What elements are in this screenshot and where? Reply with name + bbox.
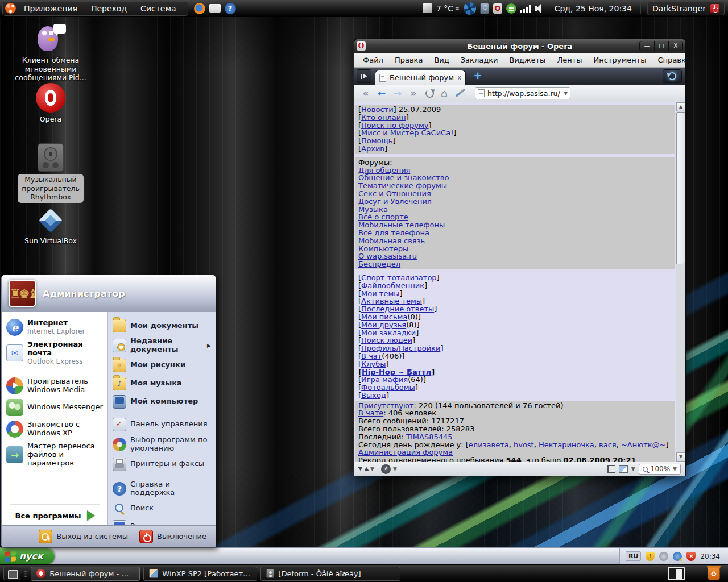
xp-clock[interactable]: 20:34 <box>700 552 722 560</box>
closed-tabs-button[interactable] <box>663 69 682 83</box>
start-item-wmp[interactable]: Проигрыватель Windows Media <box>4 375 106 397</box>
page-link[interactable]: Мои письма <box>361 313 407 321</box>
page-link[interactable]: Активные темы <box>361 297 422 305</box>
turbo-icon[interactable] <box>381 464 391 474</box>
page-link[interactable]: Музыка <box>358 205 388 214</box>
scroll-down-button[interactable]: ▼ <box>676 452 685 462</box>
network-globe-icon[interactable] <box>673 552 682 561</box>
page-link[interactable]: елизавета <box>469 440 509 449</box>
page-link[interactable]: ~Анютк@~ <box>621 440 666 449</box>
page-link[interactable]: Мисс и Мистер СаСиСа! <box>361 128 453 137</box>
desktop-icon-rhythmbox[interactable]: Музыкальный проигрыватель Rhythmbox <box>8 143 93 203</box>
page-link[interactable]: Общение и знакомство <box>358 173 449 182</box>
start-item-run[interactable]: Выполнить... <box>110 518 213 525</box>
page-link[interactable]: Компьютеры <box>358 244 408 253</box>
start-item-my-music[interactable]: Моя музыка <box>110 375 213 393</box>
minimize-button[interactable]: — <box>640 41 654 51</box>
page-link[interactable]: Администрация форума <box>358 448 453 456</box>
desktop-icon-opera[interactable]: Opera <box>8 83 93 124</box>
page-link[interactable]: Архив <box>361 144 384 153</box>
power-icon[interactable] <box>710 4 719 13</box>
page-link[interactable]: вася <box>599 440 617 449</box>
turbo-dropdown-icon[interactable]: ▼ <box>393 466 397 472</box>
xp-volume-icon[interactable] <box>659 552 668 561</box>
taskbar-item-virtualbox[interactable]: WinXP SP2 [Работает] -... <box>143 567 257 581</box>
page-link[interactable]: Hip-Hop ~ Баттл <box>362 368 431 376</box>
menu-feeds[interactable]: Ленты <box>552 54 587 66</box>
scrollbar-thumb[interactable] <box>676 112 685 264</box>
menu-system[interactable]: Система <box>135 3 181 14</box>
show-desktop-button[interactable] <box>3 567 20 580</box>
weather-menu-icon[interactable]: ≡ <box>455 6 460 11</box>
network-tray-icon[interactable] <box>506 3 516 14</box>
start-item-printers[interactable]: Принтеры и факсы <box>110 455 213 473</box>
vertical-scrollbar[interactable]: ▲ ▼ <box>676 102 685 462</box>
zoom-dropdown-icon[interactable]: ▼ <box>673 466 677 472</box>
fast-forward-button[interactable]: » <box>407 88 420 99</box>
language-indicator[interactable]: RU <box>626 551 641 561</box>
page-link[interactable]: Помощь <box>361 136 392 145</box>
menu-applications[interactable]: Приложения <box>18 3 83 14</box>
taskbar-item-audio-player[interactable]: [Deform - Òåíè äîæäÿ] <box>260 567 400 581</box>
start-item-transfer-wizard[interactable]: → Мастер переноса файлов и параметров <box>4 440 106 470</box>
tab-close-icon[interactable]: x <box>457 74 461 81</box>
menu-bookmarks[interactable]: Закладки <box>456 54 503 66</box>
sync-dropdown-icon[interactable]: ▼ <box>370 466 374 472</box>
page-link[interactable]: Новости <box>361 105 394 114</box>
page-link[interactable]: Поиск людей <box>361 336 412 344</box>
zoom-control[interactable]: 100% ▼ <box>639 464 681 475</box>
menu-edit[interactable]: Правка <box>390 54 428 66</box>
start-item-my-pictures[interactable]: Мои рисунки <box>110 356 213 375</box>
images-toggle-icon[interactable] <box>619 465 628 473</box>
start-item-my-documents[interactable]: Мои документы <box>110 317 213 335</box>
page-link[interactable]: Тематические форумы <box>358 181 447 190</box>
page-link[interactable]: Клубы <box>361 360 386 368</box>
start-item-control-panel[interactable]: Панель управления <box>110 415 213 434</box>
page-link[interactable]: Всё о спорте <box>358 213 408 221</box>
user-session-menu[interactable]: DarkStranger <box>647 2 725 15</box>
page-link[interactable]: Мои друзья <box>361 321 406 329</box>
page-link[interactable]: Фотоальбомы <box>361 383 415 392</box>
all-programs-button[interactable]: Все программы <box>4 507 106 523</box>
help-launcher-icon[interactable]: ? <box>225 3 236 14</box>
opera-titlebar[interactable]: O Бешеный форум - Opera — □ X <box>354 39 685 53</box>
start-item-recent-documents[interactable]: Недавние документы ▶ <box>110 335 213 356</box>
page-link[interactable]: Секс и Отношения <box>358 189 431 198</box>
menu-places[interactable]: Переход <box>85 3 133 14</box>
back-button[interactable]: ← <box>375 88 388 99</box>
tab-active[interactable]: Бешеный форум x <box>375 70 466 85</box>
desktop-icon-virtualbox[interactable]: Sun VirtualBox <box>8 207 93 246</box>
security-shield-icon[interactable]: ! <box>646 552 655 561</box>
forward-button[interactable]: → <box>391 88 404 99</box>
page-link[interactable]: Поиск по форуму <box>361 121 428 130</box>
page-link[interactable]: В чате <box>358 409 383 417</box>
workspace-switcher[interactable] <box>668 567 685 580</box>
shutdown-button[interactable]: Выключение <box>139 530 206 543</box>
menu-tools[interactable]: Инструменты <box>589 54 652 66</box>
page-link[interactable]: Всё для телефона <box>358 228 429 237</box>
home-button[interactable]: ⌂ <box>441 87 448 99</box>
reload-button[interactable] <box>425 89 434 98</box>
start-item-messenger[interactable]: Windows Messenger <box>4 397 106 418</box>
desktop-icon-pidgin[interactable]: Клиент обмена мгновенными сообщениями Pi… <box>8 24 93 82</box>
signal-strength-icon[interactable] <box>520 4 531 13</box>
page-link[interactable]: Для общения <box>358 166 410 174</box>
scroll-up-button[interactable]: ▲ <box>676 102 685 111</box>
ubuntu-logo-icon[interactable] <box>5 3 16 14</box>
trash-icon[interactable]: ♻ <box>708 567 720 580</box>
page-link[interactable]: TIMAS85445 <box>406 433 453 441</box>
menu-help[interactable]: Справка <box>653 54 696 66</box>
page-link[interactable]: Нектариночка <box>539 440 594 449</box>
start-item-help[interactable]: ? Справка и поддержка <box>110 478 213 500</box>
page-link[interactable]: hvost <box>514 440 534 449</box>
pencil-icon[interactable] <box>456 89 465 97</box>
alert-shield-icon[interactable]: × <box>686 552 696 561</box>
page-link[interactable]: Мои темы <box>361 289 399 298</box>
taskbar-item-opera[interactable]: Бешеный форум - Opera <box>31 567 140 581</box>
start-item-default-programs[interactable]: Выбор программ по умолчанию <box>110 434 213 455</box>
page-link[interactable]: Выход <box>361 391 386 400</box>
menu-file[interactable]: Файл <box>358 54 388 66</box>
address-text[interactable]: http://wap.sasisa.ru/ <box>487 89 561 98</box>
start-button[interactable]: пуск <box>0 548 55 564</box>
page-link[interactable]: Последние ответы <box>361 305 434 313</box>
